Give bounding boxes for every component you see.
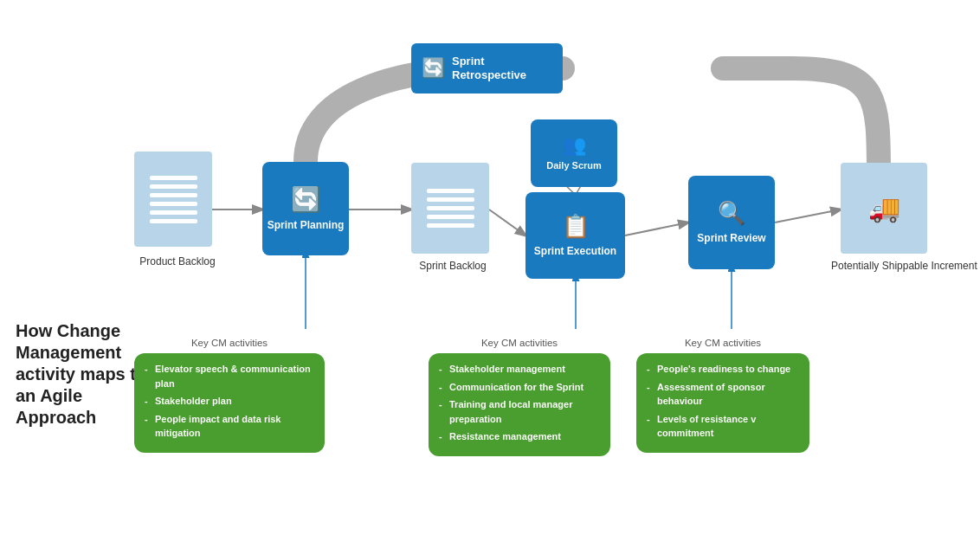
cm-execution-item-4: Resistance management	[439, 429, 600, 444]
daily-scrum-box: 👥 Daily Scrum	[531, 119, 617, 187]
cm-planning-item-2: Stakeholder plan	[145, 394, 314, 409]
retrospective-label: Sprint Retrospective	[452, 55, 552, 81]
daily-scrum-label: Daily Scrum	[546, 160, 602, 171]
bottom-section: Key CM activities Elevator speech & comm…	[134, 338, 965, 456]
cm-box-planning: Elevator speech & communication plan Sta…	[134, 353, 325, 453]
cm-label-2: Key CM activities	[481, 338, 558, 348]
cm-execution-item-2: Communication for the Sprint	[439, 380, 600, 395]
cm-column-review: Key CM activities People's readiness to …	[636, 338, 809, 456]
cm-column-planning: Key CM activities Elevator speech & comm…	[134, 338, 325, 456]
cm-execution-item-3: Training and local manager preparation	[439, 397, 600, 426]
svg-line-4	[775, 210, 841, 222]
cm-box-review: People's readiness to change Assessment …	[636, 353, 809, 453]
sprint-backlog-label: Sprint Backlog	[409, 260, 496, 272]
retrospective-icon: 🔄	[422, 57, 445, 80]
sprint-backlog-box	[411, 163, 489, 254]
cm-planning-item-3: People impact and data risk mitigation	[145, 412, 314, 441]
sprint-execution-label: Sprint Execution	[534, 245, 616, 257]
left-label: How Change Management activity maps to a…	[16, 320, 150, 429]
cm-column-execution: Key CM activities Stakeholder management…	[429, 338, 610, 456]
sprint-execution-box: 📋 Sprint Execution	[525, 192, 625, 279]
cm-box-execution: Stakeholder management Communication for…	[429, 353, 610, 456]
sprint-planning-icon: 🔄	[291, 185, 321, 214]
sprint-retrospective-box: 🔄 Sprint Retrospective	[411, 43, 563, 93]
sprint-planning-label: Sprint Planning	[268, 219, 345, 231]
sprint-execution-icon: 📋	[562, 213, 590, 240]
main-container: How Change Management activity maps to a…	[0, 0, 980, 548]
sprint-review-icon: 🔍	[718, 200, 745, 227]
sprint-planning-box: 🔄 Sprint Planning	[262, 162, 349, 255]
svg-line-2	[489, 210, 525, 235]
cm-label-1: Key CM activities	[191, 338, 268, 348]
cm-label-3: Key CM activities	[685, 338, 761, 348]
cm-planning-item-1: Elevator speech & communication plan	[145, 362, 314, 390]
diagram-area: 🔄 Sprint Retrospective Product Backlog 🔄…	[134, 17, 965, 329]
daily-scrum-icon: 👥	[563, 134, 586, 157]
product-backlog-box	[134, 152, 212, 247]
sprint-review-label: Sprint Review	[697, 232, 765, 244]
shippable-box: 🚚	[841, 163, 927, 254]
product-backlog-label: Product Backlog	[134, 255, 221, 268]
cm-review-item-3: Levels of resistance v commitment	[647, 412, 799, 441]
shippable-label: Potentially Shippable Increment	[831, 260, 944, 272]
svg-line-3	[625, 222, 688, 235]
truck-icon: 🚚	[868, 193, 900, 223]
sprint-review-box: 🔍 Sprint Review	[688, 176, 775, 269]
sprint-backlog-doc	[427, 189, 474, 228]
cm-review-item-1: People's readiness to change	[647, 362, 799, 377]
cm-review-item-2: Assessment of sponsor behaviour	[647, 380, 799, 409]
doc-lines	[150, 176, 197, 223]
cm-execution-item-1: Stakeholder management	[439, 362, 600, 377]
